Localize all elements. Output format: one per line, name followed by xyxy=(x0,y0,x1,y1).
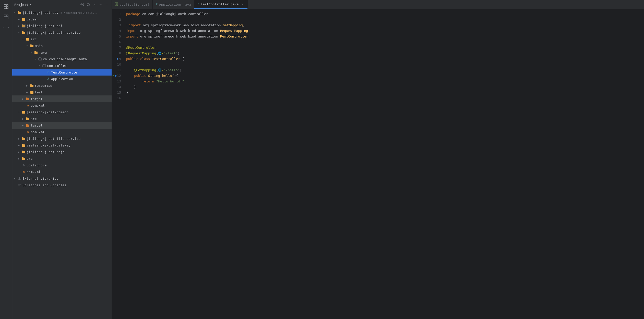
code-line-2 xyxy=(124,17,644,22)
tree-item-pom-common[interactable]: m pom.xml xyxy=(12,129,112,135)
tree-item-target1[interactable]: ▶ target xyxy=(12,95,112,102)
tree-item-resources[interactable]: ▶ resources xyxy=(12,82,112,89)
root-label: jialiangkj-pet-dev E:\sourceTree\jiali..… xyxy=(22,11,98,15)
tree-item-controller[interactable]: ▾ controller xyxy=(12,62,112,69)
tree-item-src3[interactable]: ▶ src xyxy=(12,155,112,162)
arrow-icon: ▶ xyxy=(21,123,25,127)
tab-bar: application.yml C Application.java C Tes… xyxy=(112,0,644,9)
module-folder-icon xyxy=(21,30,26,35)
tree-item-scratches[interactable]: Scratches and Consoles xyxy=(12,182,112,188)
sidebar-actions: ✕ ⋯ — xyxy=(79,2,110,7)
code-line-7: @RestController xyxy=(124,45,644,51)
tree-item-pom-root[interactable]: m pom.xml xyxy=(12,168,112,175)
tree-item-test-controller[interactable]: C TestController xyxy=(12,69,112,76)
gitignore-icon: ⊘ xyxy=(21,163,26,167)
scratches-label: Scratches and Consoles xyxy=(22,183,66,187)
java-file-icon: C xyxy=(156,3,158,6)
project-tree: ▾ jialiangkj-pet-dev E:\sourceTree\jiali… xyxy=(12,9,112,319)
gitignore-label: .gitignore xyxy=(27,163,46,167)
application-label: Application xyxy=(51,77,73,81)
chevron-down-icon: ▾ xyxy=(29,3,31,6)
module-folder-icon xyxy=(21,136,26,141)
code-line-1: package cn.com.jialiangkj.auth.controlle… xyxy=(124,11,644,17)
tree-item-src[interactable]: ▾ src xyxy=(12,36,112,42)
activity-bar: ··· xyxy=(0,0,12,319)
tab-application-java[interactable]: C Application.java xyxy=(153,0,194,9)
minimize-button[interactable]: — xyxy=(104,2,110,7)
main-label: main xyxy=(35,44,43,48)
tree-item-pom-auth[interactable]: m pom.xml xyxy=(12,102,112,109)
svg-rect-3 xyxy=(6,7,8,9)
close-tab-button[interactable]: ✕ xyxy=(240,2,244,6)
tab-application-yml[interactable]: application.yml xyxy=(112,0,153,9)
folder-icon xyxy=(30,43,34,48)
new-file-button[interactable] xyxy=(79,2,85,7)
src2-label: src xyxy=(31,117,37,121)
tree-item-auth-service[interactable]: ▾ jialiangkj-pet-auth-service xyxy=(12,29,112,36)
test-label: test xyxy=(35,90,43,94)
svg-rect-12 xyxy=(39,58,42,60)
more-tools-button[interactable]: ··· xyxy=(2,22,11,32)
svg-rect-13 xyxy=(43,65,46,67)
svg-rect-5 xyxy=(6,15,8,17)
arrow-icon: ▾ xyxy=(21,37,25,41)
scratches-icon xyxy=(17,183,22,187)
tree-item-file-service[interactable]: ▶ jialiangkj-pet-file-service xyxy=(12,135,112,142)
code-line-13: return "Hello World!"; xyxy=(124,79,644,84)
tree-item-root[interactable]: ▾ jialiangkj-pet-dev E:\sourceTree\jiali… xyxy=(12,9,112,16)
tree-item-package[interactable]: ▾ cn.com.jialiangkj.auth xyxy=(12,56,112,62)
xml-icon: m xyxy=(26,103,30,108)
module-folder-icon xyxy=(21,150,26,154)
folder-icon xyxy=(30,83,34,88)
tree-item-test[interactable]: ▶ test xyxy=(12,89,112,95)
tree-item-gateway[interactable]: ▶ jialiangkj-pet-gateway xyxy=(12,142,112,149)
svg-rect-15 xyxy=(20,177,21,180)
project-label: Project xyxy=(14,3,28,7)
code-line-9: public class TestController { xyxy=(124,56,644,62)
code-line-4: import org.springframework.web.bind.anno… xyxy=(124,28,644,34)
tree-item-target2[interactable]: ▶ target xyxy=(12,122,112,129)
folder-icon xyxy=(34,50,38,55)
code-editor[interactable]: 1 2 3 4 5 6 7 8 ◀ 9 10 11 ▶ ● 12 13 14 1… xyxy=(112,9,644,319)
tab-test-controller-java[interactable]: C TestController.java ✕ xyxy=(194,0,247,9)
tree-item-application[interactable]: A Application xyxy=(12,76,112,82)
xml-icon: m xyxy=(21,169,26,174)
package-icon xyxy=(42,63,46,68)
tree-item-idea[interactable]: ▶ .idea xyxy=(12,16,112,22)
common-label: jialiangkj-pet-common xyxy=(27,110,68,114)
code-line-11: @GetMapping(🌐▾"/hello") xyxy=(124,67,644,73)
code-line-10 xyxy=(124,62,644,67)
module-folder-icon xyxy=(21,143,26,148)
folder-icon xyxy=(26,116,30,121)
arrow-icon: ▶ xyxy=(25,90,29,94)
arrow-icon: ▾ xyxy=(29,50,33,54)
module-folder-icon xyxy=(21,110,26,114)
sync-button[interactable] xyxy=(86,2,91,7)
options-button[interactable]: ⋯ xyxy=(98,2,103,7)
java-app-icon: A xyxy=(46,77,51,81)
structure-view-button[interactable] xyxy=(2,12,11,21)
line-numbers: 1 2 3 4 5 6 7 8 ◀ 9 10 11 ▶ ● 12 13 14 1… xyxy=(112,9,124,319)
sidebar-header: Project ▾ ✕ ⋯ — xyxy=(12,0,112,9)
tree-item-gitignore[interactable]: ⊘ .gitignore xyxy=(12,162,112,168)
tree-item-common[interactable]: ▾ jialiangkj-pet-common xyxy=(12,109,112,115)
tree-item-java[interactable]: ▾ java xyxy=(12,49,112,56)
code-content[interactable]: package cn.com.jialiangkj.auth.controlle… xyxy=(124,9,644,319)
package-label: cn.com.jialiangkj.auth xyxy=(43,57,87,61)
collapse-button[interactable]: ✕ xyxy=(92,2,97,7)
arrow-icon: ▶ xyxy=(17,156,21,161)
project-title[interactable]: Project ▾ xyxy=(14,3,78,7)
pom-auth-label: pom.xml xyxy=(31,104,45,107)
pom-common-label: pom.xml xyxy=(31,130,45,134)
folder-icon xyxy=(17,10,22,15)
arrow-icon: ▶ xyxy=(17,137,21,141)
code-line-3: ▾ import org.springframework.web.bind.an… xyxy=(124,22,644,28)
svg-rect-1 xyxy=(6,5,8,6)
tree-item-pojo[interactable]: ▶ jialiangkj-pet-pojo xyxy=(12,149,112,155)
folder-icon xyxy=(21,156,26,161)
tree-item-src2[interactable]: ▶ src xyxy=(12,115,112,122)
tree-item-ext-libs[interactable]: ▶ External Libraries xyxy=(12,175,112,182)
tree-item-pet-api[interactable]: ▶ jialiangkj-pet-api xyxy=(12,22,112,29)
tree-item-main[interactable]: ▾ main xyxy=(12,42,112,49)
project-view-button[interactable] xyxy=(2,2,11,11)
